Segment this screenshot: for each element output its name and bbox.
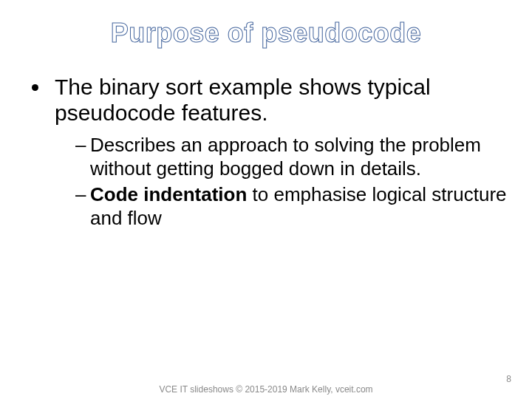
list-item: Code indentation to emphasise logical st… <box>75 183 510 230</box>
bullet-text-bold: Code indentation <box>90 183 247 205</box>
bullet-text: Describes an approach to solving the pro… <box>90 134 481 180</box>
list-item: Describes an approach to solving the pro… <box>75 134 510 180</box>
page-number: 8 <box>506 374 511 384</box>
footer-copyright: VCE IT slideshows © 2015-2019 Mark Kelly… <box>0 384 532 395</box>
list-item: The binary sort example shows typical ps… <box>50 74 510 231</box>
slide-title: Purpose of pseudocode <box>22 18 510 49</box>
bullet-list-level1: The binary sort example shows typical ps… <box>22 74 510 231</box>
bullet-text: The binary sort example shows typical ps… <box>55 75 431 125</box>
bullet-list-level2: Describes an approach to solving the pro… <box>55 134 510 231</box>
slide: Purpose of pseudocode The binary sort ex… <box>0 0 532 399</box>
